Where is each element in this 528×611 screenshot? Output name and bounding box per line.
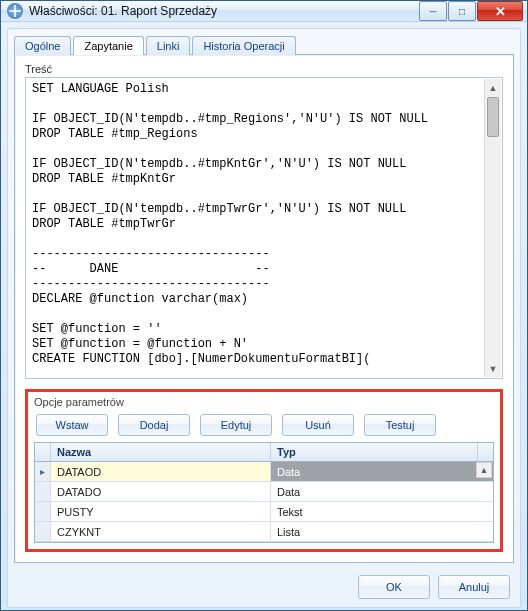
grid-header-type[interactable]: Typ — [271, 443, 477, 461]
parameters-section: Opcje parametrów Wstaw Dodaj Edytuj Usuń… — [25, 389, 503, 552]
grid-scroll-up-icon[interactable]: ▲ — [476, 462, 492, 478]
grid-row[interactable]: CZYKNT Lista — [35, 522, 493, 542]
minimize-button[interactable]: ─ — [419, 1, 447, 21]
grid-cell-type[interactable]: Data — [271, 482, 493, 501]
grid-row[interactable]: ▸ DATAOD Data — [35, 462, 493, 482]
test-button[interactable]: Testuj — [364, 414, 436, 436]
grid-cell-name[interactable]: DATAOD — [51, 462, 271, 481]
grid-cell-name[interactable]: PUSTY — [51, 502, 271, 521]
window-buttons: ─ □ ✕ — [419, 1, 523, 21]
grid-body: ▸ DATAOD Data DATADO Data PUSTY Te — [35, 462, 493, 542]
parameters-grid[interactable]: Nazwa Typ ▸ DATAOD Data DATADO — [34, 442, 494, 543]
window-title: Właściwości: 01. Raport Sprzedaży — [29, 4, 419, 18]
sql-editor-content[interactable]: SET LANGUAGE Polish IF OBJECT_ID(N'tempd… — [26, 78, 502, 371]
insert-button[interactable]: Wstaw — [36, 414, 108, 436]
sql-editor[interactable]: SET LANGUAGE Polish IF OBJECT_ID(N'tempd… — [25, 77, 503, 379]
grid-row-indicator-icon — [35, 522, 51, 541]
grid-cell-name[interactable]: CZYKNT — [51, 522, 271, 541]
tab-query[interactable]: Zapytanie — [73, 36, 143, 55]
grid-cell-type[interactable]: Lista — [271, 522, 493, 541]
editor-vertical-scrollbar[interactable]: ▲ ▼ — [484, 79, 501, 377]
scroll-down-icon[interactable]: ▼ — [485, 360, 501, 377]
grid-header-scroll-spacer — [477, 443, 493, 461]
grid-row-indicator-icon — [35, 482, 51, 501]
grid-row-indicator-icon: ▸ — [35, 462, 51, 481]
grid-cell-name[interactable]: DATADO — [51, 482, 271, 501]
parameters-title: Opcje parametrów — [34, 396, 494, 408]
editor-label: Treść — [25, 63, 503, 75]
tab-general[interactable]: Ogólne — [14, 36, 71, 55]
grid-cell-type[interactable]: Tekst — [271, 502, 493, 521]
grid-row-indicator-icon — [35, 502, 51, 521]
cancel-button[interactable]: Anuluj — [438, 575, 510, 599]
edit-button[interactable]: Edytuj — [200, 414, 272, 436]
maximize-button[interactable]: □ — [448, 1, 476, 21]
add-button[interactable]: Dodaj — [118, 414, 190, 436]
close-button[interactable]: ✕ — [477, 1, 523, 21]
grid-row[interactable]: PUSTY Tekst — [35, 502, 493, 522]
delete-button[interactable]: Usuń — [282, 414, 354, 436]
dialog-footer: OK Anuluj — [8, 569, 520, 607]
tab-links[interactable]: Linki — [146, 36, 191, 55]
scroll-up-icon[interactable]: ▲ — [485, 79, 501, 96]
tab-body-query: Treść SET LANGUAGE Polish IF OBJECT_ID(N… — [14, 54, 514, 563]
client-area: Ogólne Zapytanie Linki Historia Operacji… — [7, 28, 521, 608]
properties-window: Właściwości: 01. Raport Sprzedaży ─ □ ✕ … — [0, 0, 528, 611]
grid-header: Nazwa Typ — [35, 443, 493, 462]
grid-header-name[interactable]: Nazwa — [51, 443, 271, 461]
titlebar: Właściwości: 01. Raport Sprzedaży ─ □ ✕ — [1, 1, 527, 22]
window-app-icon — [7, 3, 23, 19]
tab-history[interactable]: Historia Operacji — [192, 36, 295, 55]
scroll-thumb[interactable] — [487, 97, 499, 137]
ok-button[interactable]: OK — [358, 575, 430, 599]
grid-header-selector — [35, 443, 51, 461]
tab-strip: Ogólne Zapytanie Linki Historia Operacji — [8, 29, 520, 54]
grid-row[interactable]: DATADO Data — [35, 482, 493, 502]
grid-cell-type[interactable]: Data — [271, 462, 493, 481]
parameters-toolbar: Wstaw Dodaj Edytuj Usuń Testuj — [34, 412, 494, 442]
